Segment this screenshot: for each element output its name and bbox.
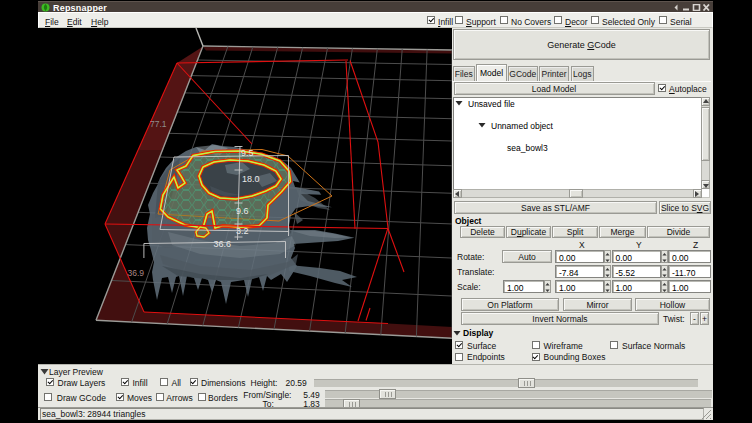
svg-text:18.0: 18.0 bbox=[242, 174, 260, 184]
svg-text:3.2: 3.2 bbox=[236, 226, 249, 236]
svg-text:sea_bowl3: sea_bowl3 bbox=[507, 143, 548, 153]
svg-text:77.1: 77.1 bbox=[150, 119, 167, 129]
svg-text:36.6: 36.6 bbox=[214, 239, 232, 249]
svg-text:Unnamed object: Unnamed object bbox=[491, 121, 554, 131]
svg-text:9.6: 9.6 bbox=[236, 206, 249, 216]
svg-text:Unsaved file: Unsaved file bbox=[468, 99, 515, 109]
svg-text:9.5: 9.5 bbox=[241, 148, 254, 158]
svg-text:36.9: 36.9 bbox=[128, 268, 145, 278]
